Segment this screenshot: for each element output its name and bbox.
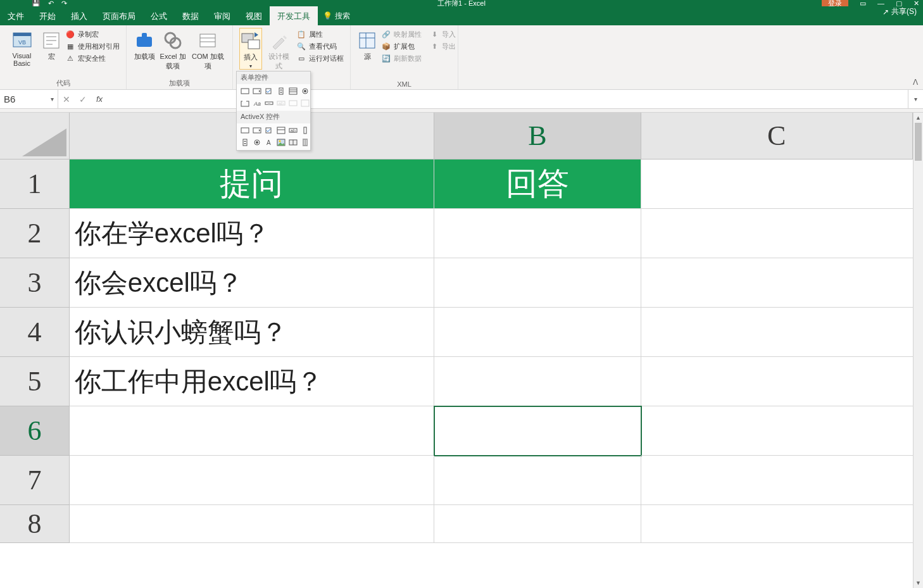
cell-B3[interactable] bbox=[434, 258, 641, 308]
collapse-ribbon-icon[interactable]: ᐱ bbox=[913, 78, 918, 87]
cell-B7[interactable] bbox=[434, 456, 641, 505]
row-header-4[interactable]: 4 bbox=[0, 308, 70, 357]
macro-security-button[interactable]: ⚠ 宏安全性 bbox=[65, 53, 120, 63]
ax-listbox-icon[interactable] bbox=[275, 125, 287, 136]
relative-ref-button[interactable]: ▦ 使用相对引用 bbox=[65, 41, 120, 51]
form-spinner-icon[interactable] bbox=[275, 85, 287, 97]
namebox-chevron-icon[interactable]: ▾ bbox=[51, 96, 54, 103]
name-box[interactable]: B6 ▾ bbox=[0, 90, 58, 108]
col-header-C[interactable]: C bbox=[641, 113, 913, 160]
tab-home[interactable]: 开始 bbox=[32, 6, 63, 25]
xml-import-button[interactable]: ⬇ 导入 bbox=[429, 29, 456, 39]
cell-C4[interactable] bbox=[641, 308, 913, 357]
ax-scrollbar-icon[interactable] bbox=[299, 125, 311, 136]
cell-A2[interactable]: 你在学excel吗？ bbox=[70, 209, 434, 258]
ax-option-icon[interactable] bbox=[251, 137, 263, 148]
scroll-up-icon[interactable]: ▲ bbox=[914, 113, 923, 123]
run-dialog-button[interactable]: ▭ 运行对话框 bbox=[296, 53, 344, 63]
row-header-5[interactable]: 5 bbox=[0, 357, 70, 406]
select-all-corner[interactable] bbox=[0, 113, 70, 160]
enter-formula-icon[interactable]: ✓ bbox=[75, 94, 91, 104]
tab-formulas[interactable]: 公式 bbox=[143, 6, 175, 25]
cancel-formula-icon[interactable]: ✕ bbox=[58, 94, 75, 104]
cell-B2[interactable] bbox=[434, 209, 641, 258]
form-scrollbar-icon[interactable] bbox=[263, 97, 275, 109]
ax-button-icon[interactable] bbox=[239, 125, 251, 136]
ax-checkbox-icon[interactable] bbox=[263, 125, 275, 136]
cell-C3[interactable] bbox=[641, 258, 913, 308]
ax-toggle-icon[interactable] bbox=[287, 137, 299, 148]
tab-developer[interactable]: 开发工具 bbox=[270, 6, 318, 25]
cell-A8[interactable] bbox=[70, 505, 434, 543]
com-addins-button[interactable]: COM 加载项 bbox=[190, 28, 226, 71]
tab-review[interactable]: 审阅 bbox=[206, 6, 238, 25]
cell-B4[interactable] bbox=[434, 308, 641, 357]
tab-view[interactable]: 视图 bbox=[238, 6, 270, 25]
form-checkbox-icon[interactable] bbox=[263, 85, 275, 97]
expansion-pack-button[interactable]: 📦 扩展包 bbox=[381, 41, 422, 51]
ax-textbox-icon[interactable]: ab bbox=[287, 125, 299, 136]
form-groupbox-icon[interactable] bbox=[239, 97, 251, 109]
fx-icon[interactable]: fx bbox=[91, 94, 108, 104]
expand-formula-bar-icon[interactable]: ▾ bbox=[908, 90, 923, 108]
share-button[interactable]: ↗ 共享(S) bbox=[882, 6, 917, 17]
row-header-8[interactable]: 8 bbox=[0, 505, 70, 543]
cell-C1[interactable] bbox=[641, 160, 913, 209]
cell-C2[interactable] bbox=[641, 209, 913, 258]
row-header-1[interactable]: 1 bbox=[0, 160, 70, 209]
form-label-icon[interactable]: Aa bbox=[251, 97, 263, 109]
properties-button[interactable]: 📋 属性 bbox=[296, 29, 344, 39]
macros-button[interactable]: 宏 bbox=[41, 28, 61, 61]
design-mode-button[interactable]: 设计模式 bbox=[266, 28, 292, 71]
excel-addins-button[interactable]: Excel 加载项 bbox=[160, 28, 186, 71]
tell-me-search[interactable]: 💡 搜索 bbox=[318, 6, 350, 25]
formula-input[interactable] bbox=[108, 94, 908, 104]
xml-export-button[interactable]: ⬆ 导出 bbox=[429, 41, 456, 51]
xml-source-button[interactable]: 源 bbox=[357, 28, 377, 61]
ax-more-icon[interactable] bbox=[299, 137, 311, 148]
record-macro-button[interactable]: 🔴 录制宏 bbox=[65, 29, 120, 39]
row-header-6[interactable]: 6 bbox=[0, 406, 70, 456]
map-properties-button[interactable]: 🔗 映射属性 bbox=[381, 29, 422, 39]
cell-C5[interactable] bbox=[641, 357, 913, 406]
row-header-7[interactable]: 7 bbox=[0, 456, 70, 505]
form-button-icon[interactable] bbox=[239, 85, 251, 97]
ax-combo-icon[interactable] bbox=[251, 125, 263, 136]
cell-B5[interactable] bbox=[434, 357, 641, 406]
scroll-down-icon[interactable]: ▼ bbox=[914, 578, 923, 588]
ax-label-icon[interactable]: A bbox=[263, 137, 275, 148]
form-listbox-icon[interactable] bbox=[287, 85, 299, 97]
cell-B1[interactable]: 回答 bbox=[434, 160, 641, 209]
cell-A1[interactable]: 提问 bbox=[70, 160, 434, 209]
insert-control-button[interactable]: 插入 ▾ bbox=[239, 28, 262, 70]
tab-pagelayout[interactable]: 页面布局 bbox=[95, 6, 143, 25]
cell-B8[interactable] bbox=[434, 505, 641, 543]
scroll-thumb[interactable] bbox=[915, 123, 922, 161]
cell-A5[interactable]: 你工作中用excel吗？ bbox=[70, 357, 434, 406]
row-header-3[interactable]: 3 bbox=[0, 258, 70, 308]
col-header-B[interactable]: B bbox=[434, 113, 641, 160]
addins-button[interactable]: 加载项 bbox=[133, 28, 156, 61]
tab-insert[interactable]: 插入 bbox=[63, 6, 95, 25]
form-option-icon[interactable] bbox=[299, 85, 311, 97]
cell-C8[interactable] bbox=[641, 505, 913, 543]
form-combo2-icon[interactable] bbox=[287, 97, 299, 109]
form-textfield-icon[interactable]: ab bbox=[275, 97, 287, 109]
ax-spin-icon[interactable] bbox=[239, 137, 251, 148]
cell-C6[interactable] bbox=[641, 406, 913, 456]
row-header-2[interactable]: 2 bbox=[0, 209, 70, 258]
tab-data[interactable]: 数据 bbox=[175, 6, 206, 25]
vertical-scrollbar[interactable]: ▲ ▼ bbox=[913, 113, 923, 588]
form-combo-icon[interactable] bbox=[251, 85, 263, 97]
refresh-data-button[interactable]: 🔄 刷新数据 bbox=[381, 53, 422, 63]
cell-B6[interactable] bbox=[434, 406, 641, 456]
cell-A3[interactable]: 你会excel吗？ bbox=[70, 258, 434, 308]
view-code-button[interactable]: 🔍 查看代码 bbox=[296, 41, 344, 51]
cell-C7[interactable] bbox=[641, 456, 913, 505]
cell-A6[interactable] bbox=[70, 406, 434, 456]
cell-A4[interactable]: 你认识小螃蟹吗？ bbox=[70, 308, 434, 357]
form-frame-icon[interactable] bbox=[299, 97, 311, 109]
cell-A7[interactable] bbox=[70, 456, 434, 505]
ax-image-icon[interactable] bbox=[275, 137, 287, 148]
tab-file[interactable]: 文件 bbox=[0, 6, 32, 25]
